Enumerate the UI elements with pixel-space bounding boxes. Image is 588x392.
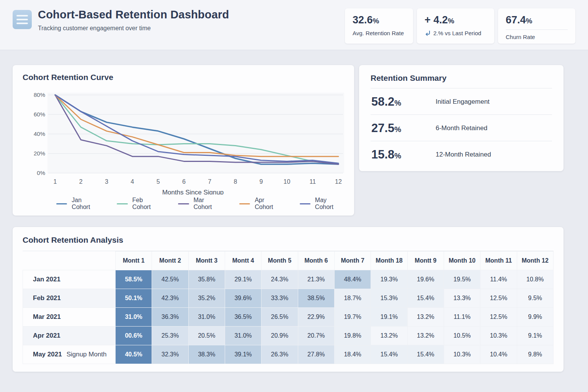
retention-cell: 19.1% — [371, 308, 407, 327]
retention-cell: 39.6% — [225, 289, 261, 308]
legend-label: May Cohort — [315, 197, 345, 211]
retention-cell: 22.9% — [298, 308, 334, 327]
summary-row-6-month: 27.5% 6-Month Retained — [371, 114, 552, 141]
dashboard-page: Cohort-Based Retention Dashboard Trackin… — [0, 0, 588, 392]
column-header: Montt 3 — [188, 252, 225, 270]
summary-row-initial-engagement: 58.2% Initial Engagement — [371, 88, 552, 114]
retention-cell: 13.2% — [407, 308, 444, 327]
retention-cell: 26.3% — [261, 345, 298, 364]
retention-cell: 18.7% — [334, 289, 371, 308]
retention-cell: 40.5% — [116, 345, 152, 364]
table-row: Mar 202131.0%36.3%31.0%36.5%26.5%22.9%19… — [23, 308, 554, 327]
retention-summary-card: Retention Summary 58.2% Initial Engageme… — [359, 65, 564, 171]
kpi-label: Churn Rate — [506, 34, 568, 40]
legend-label: Jan Cohort — [72, 197, 100, 211]
row-label: Jan 2021 — [23, 270, 116, 289]
column-header: Month 6 — [298, 252, 334, 270]
retention-cell: 19.3% — [371, 270, 407, 289]
retention-cell: 25.3% — [152, 327, 188, 345]
summary-label: Initial Engagement — [436, 98, 490, 106]
retention-cell: 20.9% — [261, 327, 298, 345]
retention-cell: 10.5% — [444, 327, 480, 345]
retention-cell: 58.5% — [116, 270, 152, 289]
legend-swatch — [178, 203, 189, 204]
page-subtitle: Tracking customer engagement over time — [38, 25, 229, 32]
legend-item-apr-cohort: Apr Cohort — [239, 197, 283, 211]
retention-cell: 15.4% — [371, 345, 407, 364]
retention-cell: 20.7% — [298, 327, 334, 345]
cohort-retention-table: Montt 1Montt 2Montt 3Montt 4Month 5Month… — [23, 251, 554, 364]
retention-cell: 32.3% — [152, 345, 188, 364]
retention-cell: 12.5% — [480, 308, 517, 327]
x-tick-label: 5 — [157, 178, 160, 185]
column-header: Month 10 — [444, 252, 480, 270]
hamburger-icon — [16, 19, 28, 20]
hamburger-icon — [16, 23, 28, 24]
retention-cell: 29.1% — [225, 270, 261, 289]
summary-value: 58.2% — [371, 95, 436, 109]
kpi-cards: 32.6% Avg. Retention Rate + 4.2% 2.% vs … — [345, 8, 575, 44]
hamburger-menu-button[interactable] — [13, 10, 32, 29]
retention-cell: 9.5% — [517, 289, 553, 308]
retention-cell: 12.5% — [480, 289, 517, 308]
row-label: Apr 2021 — [23, 327, 116, 345]
retention-cell: 10.3% — [444, 345, 480, 364]
y-tick-label: 0% — [37, 170, 45, 176]
legend-swatch — [117, 203, 127, 204]
cohort-retention-analysis-card: Cohort Retention Analysis Montt 1Montt 2… — [13, 227, 564, 372]
retention-cell: 39.1% — [225, 345, 261, 364]
row-label: Mar 2021 — [23, 308, 116, 327]
legend-label: Mar Cohort — [194, 197, 223, 211]
retention-cell: 18.4% — [334, 345, 371, 364]
column-header: Montt 4 — [225, 252, 261, 270]
kpi-value: 67.4% — [506, 14, 568, 26]
return-arrow-icon — [425, 30, 431, 36]
retention-cell: 26.5% — [261, 308, 298, 327]
divider — [506, 29, 568, 30]
chart-title: Cohort Retention Curve — [23, 73, 345, 82]
x-tick-label: 6 — [182, 178, 186, 185]
summary-title: Retention Summary — [371, 74, 552, 83]
x-tick-label: 3 — [105, 178, 108, 185]
y-tick-label: 40% — [34, 131, 45, 137]
x-tick-label: 7 — [208, 178, 211, 185]
retention-cell: 35.2% — [188, 289, 225, 308]
retention-cell: 38.3% — [188, 345, 225, 364]
retention-cell: 13.2% — [407, 327, 444, 345]
legend-item-mar-cohort: Mar Cohort — [178, 197, 222, 211]
retention-cell: 10.8% — [517, 270, 553, 289]
kpi-value: + 4.2% — [425, 14, 487, 26]
x-tick-label: 11 — [309, 178, 316, 185]
summary-value: 27.5% — [371, 121, 436, 135]
hamburger-icon — [16, 15, 28, 16]
retention-cell: 36.5% — [225, 308, 261, 327]
row-label: May 2021Signup Month — [23, 345, 116, 364]
cohort-retention-curve-card: Cohort Retention Curve 0%20%40%60%80%123… — [13, 65, 354, 216]
retention-cell: 50.1% — [116, 289, 152, 308]
retention-cell: 33.3% — [261, 289, 298, 308]
retention-cell: 19.5% — [444, 270, 480, 289]
legend-swatch — [56, 203, 67, 204]
row-sublabel: Signup Month — [67, 351, 107, 358]
retention-cell: 13.3% — [444, 289, 480, 308]
column-header: Month 18 — [371, 252, 407, 270]
summary-label: 6-Month Retained — [436, 124, 487, 132]
retention-cell: 19.8% — [334, 327, 371, 345]
retention-cell: 10.4% — [480, 345, 517, 364]
retention-cell: 31.0% — [116, 308, 152, 327]
kpi-churn-rate: 67.4% Churn Rate — [498, 8, 575, 44]
legend-swatch — [239, 203, 250, 204]
table-row: Jan 202158.5%42.5%35.8%29.1%24.3%21.3%48… — [23, 270, 554, 289]
y-tick-label: 80% — [34, 91, 45, 98]
kpi-value: 32.6% — [353, 14, 405, 26]
row-label: Feb 2021 — [23, 289, 116, 308]
summary-value: 15.8% — [371, 148, 436, 162]
summary-row-12-month: 15.8% 12-Month Retained — [371, 141, 552, 167]
page-title: Cohort-Based Retention Dashboard — [38, 8, 229, 21]
x-tick-label: 10 — [284, 178, 291, 185]
retention-cell: 42.3% — [152, 289, 188, 308]
retention-cell: 15.4% — [407, 345, 444, 364]
table-header-row: Montt 1Montt 2Montt 3Montt 4Month 5Month… — [23, 252, 554, 270]
retention-cell: 20.5% — [188, 327, 225, 345]
legend-item-jan-cohort: Jan Cohort — [56, 197, 100, 211]
